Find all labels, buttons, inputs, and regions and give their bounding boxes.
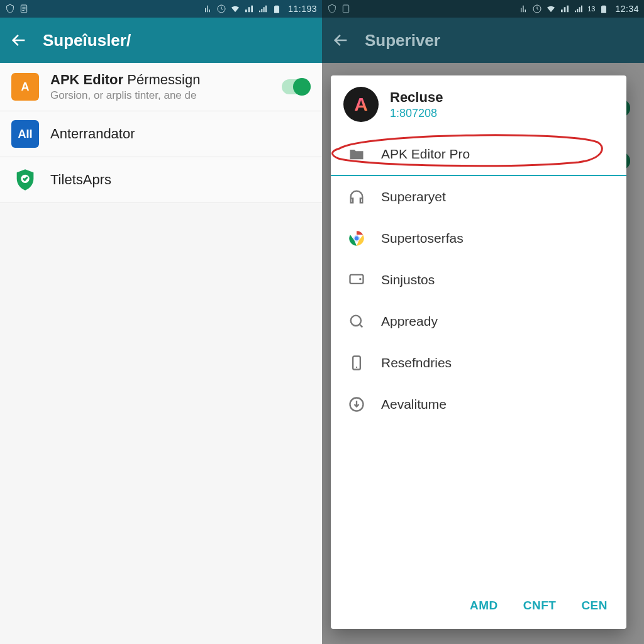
dialog-item[interactable]: Resefndries [331, 342, 626, 384]
dialog-item[interactable]: Appready [331, 301, 626, 342]
data-icon [203, 4, 213, 14]
app-title: Supeîusler/ [43, 31, 131, 50]
svg-rect-3 [343, 5, 348, 13]
status-bar: 13 12:34 [322, 0, 644, 18]
search-icon [347, 312, 366, 331]
status-bar: 11:193 [0, 0, 322, 18]
battery-icon [599, 4, 609, 14]
list-item[interactable]: TiletsAprs [0, 157, 322, 203]
signal2-icon [258, 4, 268, 14]
signal2-icon [574, 4, 584, 14]
app-permission-list: A APK Editor Pérmessign Gorsion, or arpl… [0, 63, 322, 203]
phone-icon [347, 353, 366, 372]
dialog-item-label: Sinjustos [381, 272, 435, 287]
dialog-item[interactable]: Sinjustos [331, 259, 626, 301]
wifi-icon [230, 4, 240, 14]
status-time: 11:193 [288, 4, 317, 14]
clock-icon [532, 4, 542, 14]
status-time: 12:34 [615, 4, 639, 14]
dialog-item-label: Aevalitume [381, 397, 447, 412]
dialog-item-label: Appready [381, 314, 438, 329]
folder-icon [347, 145, 366, 164]
data-icon [518, 4, 528, 14]
dialog-avatar: A [343, 87, 379, 122]
dialog-action-button[interactable]: CEN [581, 599, 608, 613]
shield-status-icon [5, 4, 15, 14]
dialog-item-label: Superaryet [381, 189, 446, 204]
back-button[interactable] [10, 31, 28, 49]
list-item[interactable]: A APK Editor Pérmessign Gorsion, or arpl… [0, 63, 322, 111]
dialog-item-label: Resefndries [381, 355, 452, 370]
avatar-letter: A [354, 94, 368, 115]
app-bar: Supeîusler/ [0, 18, 322, 63]
svg-point-11 [359, 278, 362, 280]
signal-icon [560, 4, 570, 14]
back-arrow-icon [332, 31, 350, 49]
shield-app-icon [11, 166, 39, 194]
app-bar: Superiver [322, 18, 644, 63]
app-icon: AII [11, 120, 39, 148]
back-arrow-icon [10, 31, 28, 49]
list-item[interactable]: AII Anterrandator [0, 111, 322, 157]
doc-status-icon [341, 4, 351, 14]
left-screen: 11:193 Supeîusler/ A APK Editor Pérmessi… [0, 0, 322, 644]
wifi-icon [546, 4, 556, 14]
shield-icon [13, 167, 38, 192]
dialog-header: A Recluse 1:807208 [331, 75, 626, 133]
dialog-item[interactable]: Aevalitume [331, 384, 626, 425]
signal-icon [244, 4, 254, 14]
headphones-icon [347, 187, 366, 206]
monitor-icon [347, 270, 366, 289]
dialog-item-label: Supertoserfas [381, 231, 464, 246]
dialog-app-name: Recluse [390, 89, 443, 106]
app-chooser-dialog: A Recluse 1:807208 APK Editor Pro Supera… [331, 75, 626, 629]
dialog-app-list: APK Editor Pro Superaryet Supertoserfas … [331, 133, 626, 586]
dialog-item[interactable]: Supertoserfas [331, 218, 626, 259]
doc-status-icon [19, 4, 29, 14]
clock-icon [216, 4, 226, 14]
chrome-icon [347, 229, 366, 248]
dialog-item-apk-editor[interactable]: APK Editor Pro [331, 133, 626, 176]
item-title: APK Editor Pérmessign [50, 72, 270, 88]
permission-toggle[interactable] [282, 79, 311, 94]
battery-pct: 13 [587, 5, 595, 13]
dialog-actions: AMD CNFT CEN [331, 586, 626, 629]
back-button[interactable] [332, 31, 350, 49]
svg-point-14 [356, 367, 357, 368]
dialog-action-button[interactable]: CNFT [523, 599, 557, 613]
app-title: Superiver [365, 31, 440, 50]
dialog-action-button[interactable]: AMD [470, 599, 498, 613]
item-sub: Gorsion, or arplis tinter, ane de [50, 89, 270, 102]
dialog-item-label: APK Editor Pro [381, 147, 470, 162]
dialog-item[interactable]: Superaryet [331, 176, 626, 218]
item-title: TiletsAprs [50, 172, 311, 188]
battery-icon [272, 4, 282, 14]
shield-status-icon [327, 4, 337, 14]
svg-point-9 [355, 236, 359, 241]
right-screen: 13 12:34 Superiver A Recluse 1:807208 [322, 0, 644, 644]
item-title: Anterrandator [50, 126, 311, 142]
download-icon [347, 395, 366, 414]
svg-point-12 [351, 316, 361, 326]
app-icon: A [11, 73, 39, 101]
dialog-app-version: 1:807208 [390, 107, 443, 120]
